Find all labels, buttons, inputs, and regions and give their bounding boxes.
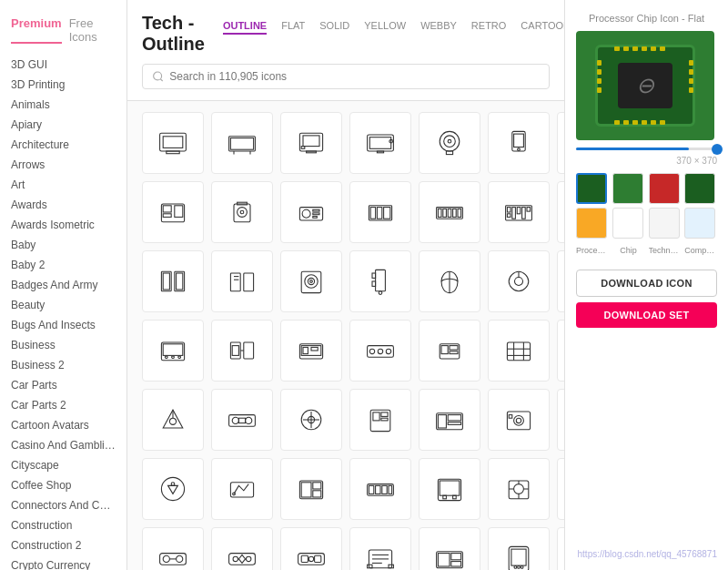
icon-cell[interactable] — [419, 112, 480, 174]
icon-cell[interactable] — [488, 112, 550, 174]
icon-cell[interactable] — [488, 320, 550, 382]
svg-point-131 — [169, 418, 176, 424]
icon-cell[interactable] — [488, 250, 550, 312]
sidebar-item[interactable]: Crypto Currency — [0, 555, 126, 570]
sidebar-item[interactable]: Connectors And Cables — [0, 495, 126, 515]
thumb-item[interactable] — [684, 173, 715, 204]
thumb-item[interactable] — [576, 208, 607, 239]
icon-cell[interactable] — [142, 458, 204, 520]
icon-cell[interactable] — [349, 181, 411, 243]
sidebar-item[interactable]: Car Parts — [0, 375, 126, 395]
page-title: Tech - Outline — [142, 13, 205, 55]
icon-cell[interactable] — [142, 250, 204, 312]
search-input[interactable] — [169, 70, 540, 83]
icon-cell[interactable] — [557, 389, 564, 451]
sidebar-item[interactable]: Business — [0, 335, 126, 355]
icon-cell[interactable] — [488, 389, 550, 451]
icon-cell[interactable] — [280, 181, 342, 243]
sidebar-item[interactable]: 3D GUI — [0, 55, 126, 75]
sidebar-item[interactable]: Arrows — [0, 155, 126, 175]
icon-cell[interactable] — [349, 527, 411, 570]
style-tab-solid[interactable]: SOLID — [319, 18, 349, 35]
thumb-item[interactable] — [649, 173, 680, 204]
icon-cell[interactable] — [419, 181, 480, 243]
thumb-item[interactable] — [649, 208, 680, 239]
icon-cell[interactable] — [419, 527, 480, 570]
icon-cell[interactable] — [557, 527, 564, 570]
icon-cell[interactable] — [211, 527, 273, 570]
sidebar-item[interactable]: Baby 2 — [0, 255, 126, 275]
icon-cell[interactable] — [557, 320, 564, 382]
style-tab-yellow[interactable]: YELLOW — [364, 18, 406, 35]
icon-cell[interactable] — [142, 181, 204, 243]
icon-cell[interactable] — [419, 458, 480, 520]
download-icon-button[interactable]: DOWNLOAD ICON — [576, 270, 717, 297]
thumb-item[interactable] — [576, 173, 607, 204]
icon-cell[interactable] — [211, 389, 273, 451]
icon-cell[interactable] — [142, 389, 204, 451]
icon-cell[interactable] — [557, 250, 564, 312]
icon-cell[interactable] — [557, 458, 564, 520]
sidebar-item[interactable]: Apiary — [0, 115, 126, 135]
icon-cell[interactable] — [142, 320, 204, 382]
icon-cell[interactable] — [488, 527, 550, 570]
sidebar-item[interactable]: Awards Isometric — [0, 215, 126, 235]
icon-cell[interactable] — [211, 250, 273, 312]
style-tab-webby[interactable]: WEBBY — [420, 18, 457, 35]
sidebar-item[interactable]: Bugs And Insects — [0, 315, 126, 335]
icon-cell[interactable] — [142, 527, 204, 570]
icon-cell[interactable] — [557, 112, 564, 174]
icon-cell[interactable] — [211, 320, 273, 382]
svg-rect-145 — [437, 413, 463, 430]
sidebar-item[interactable]: Cartoon Avatars — [0, 415, 126, 435]
sidebar-item[interactable]: Casino And Gambling — [0, 435, 126, 455]
icon-cell[interactable] — [280, 389, 342, 451]
sidebar-item[interactable]: Coffee Shop — [0, 475, 126, 495]
sidebar-item[interactable]: 3D Printing — [0, 75, 126, 95]
svg-rect-175 — [389, 485, 392, 494]
style-tab-cartoony[interactable]: CARTOONY — [521, 18, 564, 35]
download-set-button[interactable]: DOWNLOAD SET — [576, 302, 717, 328]
sidebar-item[interactable]: Beauty — [0, 295, 126, 315]
icon-cell[interactable] — [488, 181, 550, 243]
icon-cell[interactable] — [280, 458, 342, 520]
sidebar-item[interactable]: Cityscape — [0, 455, 126, 475]
icon-cell[interactable] — [557, 181, 564, 243]
icon-cell[interactable] — [280, 527, 342, 570]
icon-cell[interactable] — [211, 458, 273, 520]
icon-cell[interactable] — [211, 112, 273, 174]
size-slider[interactable] — [576, 148, 717, 150]
sidebar-item[interactable]: Business 2 — [0, 355, 126, 375]
style-tab-outline[interactable]: OUTLINE — [223, 18, 267, 35]
sidebar-item[interactable]: Awards — [0, 195, 126, 215]
icon-cell[interactable] — [488, 458, 550, 520]
thumb-item[interactable] — [612, 173, 643, 204]
icon-cell[interactable] — [419, 320, 480, 382]
icon-cell[interactable] — [142, 112, 204, 174]
icon-cell[interactable] — [349, 250, 411, 312]
sidebar-item[interactable]: Construction 2 — [0, 535, 126, 555]
icon-cell[interactable] — [211, 181, 273, 243]
sidebar-item[interactable]: Baby — [0, 235, 126, 255]
sidebar-item[interactable]: Architecture — [0, 135, 126, 155]
style-tab-flat[interactable]: FLAT — [281, 18, 305, 35]
icon-cell[interactable] — [419, 389, 480, 451]
thumb-item[interactable] — [684, 208, 715, 239]
sidebar-item[interactable]: Badges And Army — [0, 275, 126, 295]
icon-cell[interactable] — [349, 458, 411, 520]
premium-tab[interactable]: Premium — [11, 16, 62, 44]
sidebar-item[interactable]: Animals — [0, 95, 126, 115]
icon-cell[interactable] — [280, 320, 342, 382]
thumb-item[interactable] — [612, 208, 643, 239]
free-icons-tab[interactable]: Free Icons — [69, 16, 116, 44]
icon-cell[interactable] — [280, 112, 342, 174]
icon-cell[interactable] — [349, 389, 411, 451]
sidebar-item[interactable]: Car Parts 2 — [0, 395, 126, 415]
icon-cell[interactable] — [349, 112, 411, 174]
icon-cell[interactable] — [349, 320, 411, 382]
style-tab-retro[interactable]: RETRO — [471, 18, 507, 35]
icon-cell[interactable] — [419, 250, 480, 312]
sidebar-item[interactable]: Construction — [0, 515, 126, 535]
sidebar-item[interactable]: Art — [0, 175, 126, 195]
icon-cell[interactable] — [280, 250, 342, 312]
